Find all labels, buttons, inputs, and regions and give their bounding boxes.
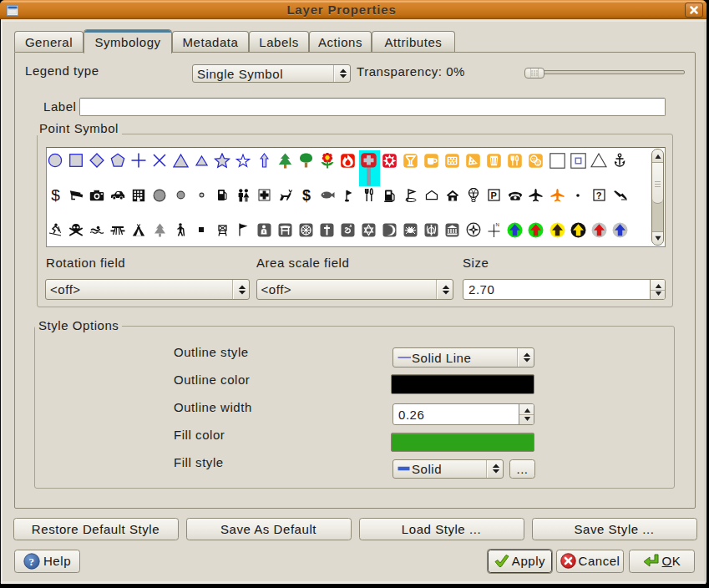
svg-text:P: P: [491, 190, 498, 200]
svg-text:$: $: [51, 187, 60, 203]
svg-text:$: $: [301, 187, 310, 203]
svg-text:N: N: [496, 222, 499, 227]
svg-text:?: ?: [595, 190, 601, 200]
svg-text:?: ?: [28, 555, 34, 567]
